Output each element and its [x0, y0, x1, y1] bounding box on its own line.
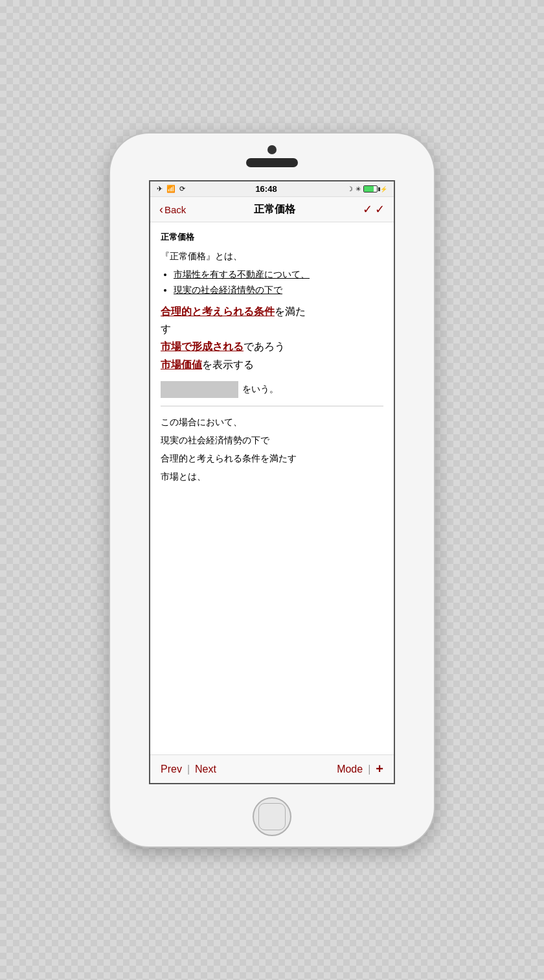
next-button[interactable]: Next: [195, 764, 216, 775]
highlighted-text-1: 合理的と考えられる条件: [161, 306, 275, 317]
airplane-icon: ✈: [157, 185, 163, 193]
bullet-item-1: 市場性を有する不動産について、: [174, 269, 383, 281]
bullet-item-2: 現実の社会経済情勢の下で: [174, 285, 383, 296]
check1-button[interactable]: ✓: [363, 202, 372, 216]
answer-section: この場合において、 現実の社会経済情勢の下で 合理的と考えられる条件を満たす 市…: [161, 413, 383, 485]
normal-text-cont: す: [161, 323, 171, 334]
mode-button[interactable]: Mode: [337, 764, 363, 775]
status-time: 16:48: [185, 184, 347, 194]
normal-text-1: を満た: [275, 306, 306, 317]
separator-1: |: [187, 764, 190, 775]
blank-input-box[interactable]: [161, 381, 238, 398]
back-button[interactable]: ‹ Back: [159, 203, 186, 216]
blank-box-row: をいう。: [161, 381, 383, 398]
normal-text-2: であろう: [244, 341, 285, 352]
page-title: 正常価格: [186, 203, 363, 216]
camera: [267, 145, 277, 154]
content-heading: 正常価格: [161, 231, 383, 243]
back-label: Back: [164, 204, 186, 215]
highlighted-text-2: 市場で形成される: [161, 341, 244, 352]
plus-button[interactable]: +: [376, 762, 383, 776]
answer-line-3: 合理的と考えられる条件を満たす: [161, 449, 383, 467]
separator-2: |: [368, 764, 370, 775]
blank-suffix: をいう。: [242, 384, 278, 395]
phone-top: [110, 134, 434, 167]
charging-icon: ⚡: [380, 186, 387, 192]
bullet-list: 市場性を有する不動産について、 現実の社会経済情勢の下で: [161, 269, 383, 296]
answer-line-1: この場合において、: [161, 413, 383, 431]
bottom-toolbar: Prev | Next Mode | +: [150, 754, 394, 783]
status-bar: ✈ 📶 ⟳ 16:48 ☽ ✳ ⚡: [150, 181, 394, 197]
nav-bar: ‹ Back 正常価格 ✓ ✓: [150, 197, 394, 222]
wifi-icon: 📶: [166, 185, 176, 193]
bluetooth-icon: ✳: [356, 185, 361, 192]
nav-right-actions: ✓ ✓: [363, 202, 385, 216]
moon-icon: ☽: [347, 185, 353, 192]
divider: [161, 406, 383, 406]
home-button-inner: [258, 803, 286, 830]
status-left-icons: ✈ 📶 ⟳: [157, 185, 185, 193]
back-chevron-icon: ‹: [159, 203, 163, 216]
check2-button[interactable]: ✓: [375, 202, 385, 216]
phone-frame: ✈ 📶 ⟳ 16:48 ☽ ✳ ⚡ ‹ Back 正常価格 ✓: [110, 134, 434, 846]
answer-line-2: 現実の社会経済情勢の下で: [161, 431, 383, 449]
home-button[interactable]: [253, 797, 291, 836]
highlighted-block: 合理的と考えられる条件を満た す 市場で形成されるであろう 市場価値を表示する: [161, 303, 383, 373]
highlighted-text-3: 市場価値: [161, 359, 202, 370]
status-right-icons: ☽ ✳ ⚡: [347, 185, 387, 192]
normal-text-3: を表示する: [202, 359, 254, 370]
prev-button[interactable]: Prev: [161, 764, 182, 775]
speaker: [246, 158, 298, 167]
intro-text: 『正常価格』とは、: [161, 251, 383, 262]
battery-icon: [363, 185, 378, 192]
answer-line-4: 市場とは、: [161, 467, 383, 485]
screen: ✈ 📶 ⟳ 16:48 ☽ ✳ ⚡ ‹ Back 正常価格 ✓: [149, 180, 395, 784]
refresh-icon: ⟳: [179, 185, 185, 193]
main-content: 正常価格 『正常価格』とは、 市場性を有する不動産について、 現実の社会経済情勢…: [150, 222, 394, 754]
